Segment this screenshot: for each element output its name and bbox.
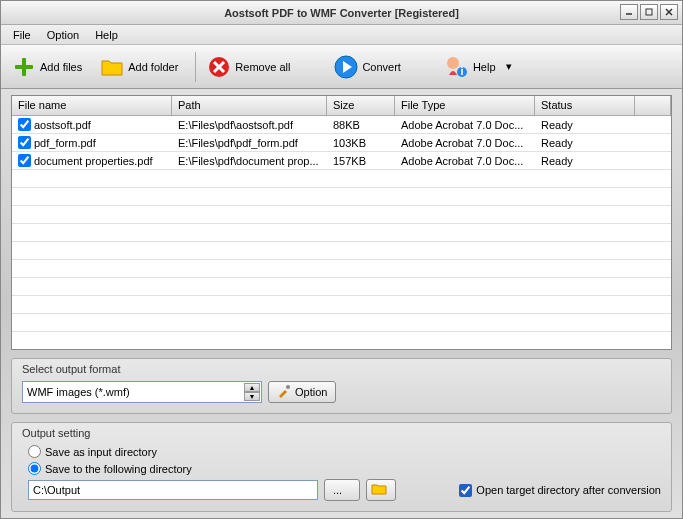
format-combo[interactable]: WMF images (*.wmf) ▲ ▼ <box>22 381 262 403</box>
help-button[interactable]: i Help ▾ <box>440 50 523 84</box>
svg-point-13 <box>286 385 290 389</box>
play-icon <box>334 55 358 79</box>
table-row[interactable]: document properties.pdfE:\Files\pdf\docu… <box>12 152 671 170</box>
convert-button[interactable]: Convert <box>329 50 412 84</box>
open-target-check-row[interactable]: Open target directory after conversion <box>459 484 661 497</box>
empty-row <box>12 170 671 188</box>
cell-path: E:\Files\pdf\document prop... <box>172 153 327 169</box>
cell-spacer <box>635 123 671 127</box>
cell-type: Adobe Acrobat 7.0 Doc... <box>395 153 535 169</box>
empty-row <box>12 278 671 296</box>
output-setting-section: Output setting Save as input directory S… <box>11 422 672 512</box>
col-size[interactable]: Size <box>327 96 395 115</box>
menubar: File Option Help <box>1 25 682 45</box>
file-grid: File name Path Size File Type Status aos… <box>11 95 672 350</box>
cell-status: Ready <box>535 117 635 133</box>
convert-label: Convert <box>362 61 401 73</box>
menu-option[interactable]: Option <box>39 27 87 43</box>
empty-row <box>12 332 671 349</box>
titlebar: Aostsoft PDF to WMF Converter [Registere… <box>1 1 682 25</box>
cell-filename: aostsoft.pdf <box>34 119 91 131</box>
svg-rect-5 <box>15 65 33 69</box>
folder-icon <box>100 55 124 79</box>
grid-body[interactable]: aostsoft.pdfE:\Files\pdf\aostsoft.pdf88K… <box>12 116 671 349</box>
open-target-label: Open target directory after conversion <box>476 484 661 496</box>
svg-rect-1 <box>646 9 652 15</box>
cell-spacer <box>635 141 671 145</box>
empty-row <box>12 314 671 332</box>
col-filename[interactable]: File name <box>12 96 172 115</box>
col-spacer <box>635 96 671 115</box>
cell-path: E:\Files\pdf\pdf_form.pdf <box>172 135 327 151</box>
empty-row <box>12 188 671 206</box>
cell-spacer <box>635 159 671 163</box>
remove-all-label: Remove all <box>235 61 290 73</box>
folder-open-icon <box>371 482 387 498</box>
window-controls <box>620 4 678 20</box>
menu-help[interactable]: Help <box>87 27 126 43</box>
option-label: Option <box>295 386 327 398</box>
close-button[interactable] <box>660 4 678 20</box>
browse-button[interactable]: ... <box>324 479 360 501</box>
cell-status: Ready <box>535 153 635 169</box>
browse-label: ... <box>333 484 342 496</box>
maximize-button[interactable] <box>640 4 658 20</box>
empty-row <box>12 260 671 278</box>
cell-filename: pdf_form.pdf <box>34 137 96 149</box>
table-row[interactable]: pdf_form.pdfE:\Files\pdf\pdf_form.pdf103… <box>12 134 671 152</box>
cell-status: Ready <box>535 135 635 151</box>
grid-header: File name Path Size File Type Status <box>12 96 671 116</box>
table-row[interactable]: aostsoft.pdfE:\Files\pdf\aostsoft.pdf88K… <box>12 116 671 134</box>
main-content: File name Path Size File Type Status aos… <box>1 89 682 518</box>
add-files-button[interactable]: Add files <box>7 50 93 84</box>
cell-size: 103KB <box>327 135 395 151</box>
app-window: Aostsoft PDF to WMF Converter [Registere… <box>0 0 683 519</box>
remove-icon <box>207 55 231 79</box>
combo-spinner: ▲ ▼ <box>244 383 260 401</box>
minimize-button[interactable] <box>620 4 638 20</box>
tools-icon <box>277 384 291 400</box>
menu-file[interactable]: File <box>5 27 39 43</box>
col-status[interactable]: Status <box>535 96 635 115</box>
empty-row <box>12 206 671 224</box>
col-path[interactable]: Path <box>172 96 327 115</box>
help-label: Help <box>473 61 496 73</box>
add-folder-label: Add folder <box>128 61 178 73</box>
cell-size: 157KB <box>327 153 395 169</box>
spin-up[interactable]: ▲ <box>244 383 260 392</box>
row-checkbox[interactable] <box>18 118 31 131</box>
output-format-section: Select output format WMF images (*.wmf) … <box>11 358 672 414</box>
empty-row <box>12 224 671 242</box>
option-button[interactable]: Option <box>268 381 336 403</box>
row-checkbox[interactable] <box>18 136 31 149</box>
save-as-input-label: Save as input directory <box>45 446 157 458</box>
radio-save-following[interactable] <box>28 462 41 475</box>
open-target-checkbox[interactable] <box>459 484 472 497</box>
cell-type: Adobe Acrobat 7.0 Doc... <box>395 117 535 133</box>
open-folder-button[interactable] <box>366 479 396 501</box>
cell-filename: document properties.pdf <box>34 155 153 167</box>
save-following-label: Save to the following directory <box>45 463 192 475</box>
col-filetype[interactable]: File Type <box>395 96 535 115</box>
empty-row <box>12 296 671 314</box>
format-label: Select output format <box>22 363 661 375</box>
add-folder-button[interactable]: Add folder <box>95 50 189 84</box>
radio-save-as-input[interactable] <box>28 445 41 458</box>
toolbar: Add files Add folder Remove all Convert … <box>1 45 682 89</box>
toolbar-separator <box>195 52 196 82</box>
cell-type: Adobe Acrobat 7.0 Doc... <box>395 135 535 151</box>
add-files-label: Add files <box>40 61 82 73</box>
plus-icon <box>12 55 36 79</box>
cell-size: 88KB <box>327 117 395 133</box>
chevron-down-icon: ▾ <box>506 60 512 73</box>
remove-all-button[interactable]: Remove all <box>202 50 301 84</box>
row-checkbox[interactable] <box>18 154 31 167</box>
output-path-input[interactable] <box>28 480 318 500</box>
svg-point-10 <box>447 57 459 69</box>
cell-path: E:\Files\pdf\aostsoft.pdf <box>172 117 327 133</box>
empty-row <box>12 242 671 260</box>
window-title: Aostsoft PDF to WMF Converter [Registere… <box>224 7 459 19</box>
format-selected: WMF images (*.wmf) <box>27 386 130 398</box>
spin-down[interactable]: ▼ <box>244 392 260 401</box>
output-label: Output setting <box>22 427 661 439</box>
